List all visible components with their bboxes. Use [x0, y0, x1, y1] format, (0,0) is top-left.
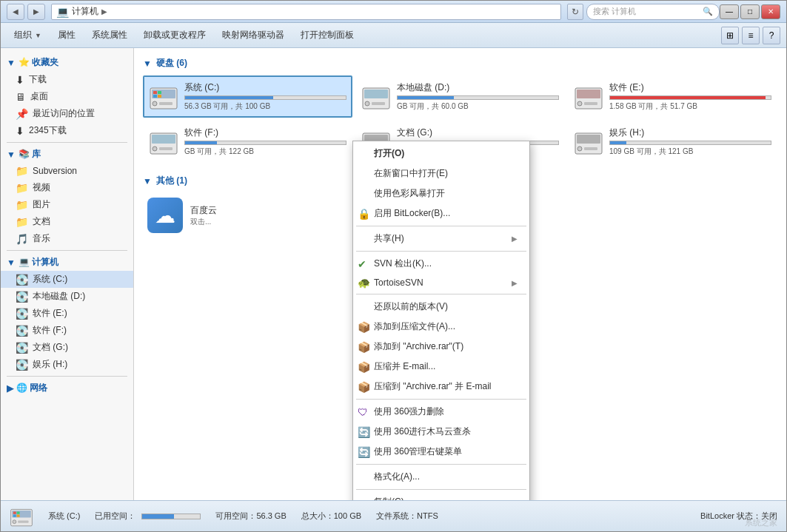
svg-rect-9 — [364, 90, 388, 98]
ctx-share[interactable]: 共享(H) ▶ — [353, 229, 529, 249]
drive-f[interactable]: 软件 (F:) GB 可用，共 122 GB — [143, 121, 352, 163]
sidebar-item-music[interactable]: 🎵 音乐 — [1, 230, 133, 247]
ctx-open-new-window[interactable]: 在新窗口中打开(E) — [353, 164, 529, 183]
lock-icon: 🔒 — [358, 208, 370, 220]
ctx-color-storm[interactable]: 使用色彩风暴打开 — [353, 183, 529, 203]
sidebar-network-header[interactable]: ▶ 🌐 网络 — [1, 380, 133, 397]
status-used-bar — [141, 514, 201, 519]
ctx-add-archive[interactable]: 📦 添加到压缩文件(A)... — [353, 317, 529, 337]
sidebar-item-videos[interactable]: 📁 视频 — [1, 179, 133, 196]
c-drive-icon: 💽 — [16, 274, 28, 286]
music-icon: 🎵 — [16, 233, 28, 245]
toolbar-uninstall[interactable]: 卸载或更改程序 — [136, 26, 213, 45]
drive-c-free: 56.3 GB 可用，共 100 GB — [184, 101, 346, 112]
svg-point-10 — [365, 101, 369, 106]
address-bar[interactable]: 💻 计算机 ▶ — [51, 4, 561, 20]
ctx-sep-2 — [356, 251, 526, 252]
toolbar-properties[interactable]: 属性 — [50, 26, 83, 45]
svg-rect-13 — [577, 90, 600, 98]
sidebar-item-g-drive[interactable]: 💽 文档 (G:) — [1, 339, 133, 356]
sidebar-computer-header[interactable]: ▼ 💻 计算机 — [1, 254, 133, 271]
view-large-icon[interactable]: ⊞ — [721, 27, 739, 44]
ctx-360-delete[interactable]: 🛡 使用 360强力删除 — [353, 402, 529, 422]
status-drive-label: 系统 (C:) — [48, 511, 80, 520]
pictures-icon: 📁 — [16, 199, 28, 211]
ctx-compress-email[interactable]: 📦 压缩并 E-mail... — [353, 357, 529, 377]
help-button[interactable]: ? — [763, 27, 780, 44]
ctx-360-scan[interactable]: 🔄 使用 360进行木马云查杀 — [353, 422, 529, 442]
minimize-button[interactable]: — — [720, 4, 739, 19]
svg-rect-4 — [153, 91, 157, 94]
drive-f-free: GB 可用，共 122 GB — [184, 147, 346, 157]
ctx-360-delete-label: 使用 360强力删除 — [374, 405, 444, 418]
sidebar-item-subversion[interactable]: 📁 Subversion — [1, 163, 133, 179]
svg-rect-5 — [158, 91, 161, 94]
ctx-tortoisesvn[interactable]: 🐢 TortoiseSVN ▶ — [353, 274, 529, 292]
drive-c-name: 系统 (C:) — [184, 81, 346, 94]
ctx-360-manage[interactable]: 🔄 使用 360管理右键菜单 — [353, 442, 529, 462]
sidebar-favorites-header[interactable]: ▼ ⭐ 收藏夹 — [1, 54, 133, 71]
close-button[interactable]: ✕ — [761, 4, 780, 19]
toolbar: 组织 ▼ 属性 系统属性 卸载或更改程序 映射网络驱动器 打开控制面板 ⊞ ≡ … — [1, 23, 786, 48]
toolbar-right: ⊞ ≡ ? — [721, 27, 780, 44]
sidebar-library-header[interactable]: ▼ 📚 库 — [1, 146, 133, 163]
forward-button[interactable]: ▶ — [27, 4, 45, 20]
toolbar-organize[interactable]: 组织 ▼ — [7, 26, 49, 45]
drive-d-bar — [398, 96, 454, 99]
search-bar[interactable]: 搜索 计算机 🔍 — [586, 4, 720, 20]
back-button[interactable]: ◀ — [7, 4, 24, 20]
chevron-down-icon: ▼ — [7, 58, 16, 68]
maximize-button[interactable]: □ — [740, 4, 760, 19]
sidebar-item-c-drive[interactable]: 💽 系统 (C:) — [1, 271, 133, 288]
drive-c-icon-container — [149, 84, 178, 110]
toolbar-control-panel[interactable]: 打开控制面板 — [293, 26, 361, 45]
drive-c[interactable]: 系统 (C:) 56.3 GB 可用，共 100 GB — [143, 75, 352, 118]
ctx-sep-3 — [356, 294, 526, 294]
sidebar-item-recent[interactable]: 📌 最近访问的位置 — [1, 105, 133, 122]
svg-rect-35 — [17, 514, 20, 516]
archive-icon-1: 📦 — [358, 321, 370, 333]
drive-f-bar-container — [184, 141, 346, 145]
sidebar-item-h-drive[interactable]: 💽 娱乐 (H:) — [1, 356, 133, 373]
drive-d[interactable]: 本地磁盘 (D:) GB 可用，共 60.0 GB — [355, 75, 565, 118]
g-drive-icon: 💽 — [16, 342, 28, 354]
view-details[interactable]: ≡ — [742, 27, 760, 44]
hdd-icon-e — [574, 84, 603, 110]
download-icon: ⬇ — [16, 74, 24, 86]
svg-rect-15 — [584, 102, 597, 105]
drive-h[interactable]: 娱乐 (H:) 109 GB 可用，共 121 GB — [568, 121, 777, 163]
sidebar-item-documents-label: 文档 — [33, 215, 50, 228]
ctx-add-archiverar[interactable]: 📦 添加到 "Archive.rar"(T) — [353, 337, 529, 357]
svg-rect-32 — [13, 511, 16, 514]
svn-check-icon: ✔ — [358, 258, 366, 270]
other-section-label: 其他 (1) — [156, 175, 187, 187]
sidebar-item-documents[interactable]: 📁 文档 — [1, 213, 133, 230]
ctx-format[interactable]: 格式化(A)... — [353, 467, 529, 487]
watermark: 系统之家 — [745, 517, 777, 528]
sidebar-item-desktop[interactable]: 🖥 桌面 — [1, 88, 133, 105]
ctx-restore-label: 还原以前的版本(V) — [374, 300, 448, 313]
svg-rect-17 — [152, 135, 175, 144]
sidebar-item-pictures[interactable]: 📁 图片 — [1, 196, 133, 213]
go-button[interactable]: ↻ — [567, 4, 583, 20]
search-placeholder: 搜索 计算机 — [593, 6, 700, 17]
ctx-restore[interactable]: 还原以前的版本(V) — [353, 297, 529, 317]
divider-3 — [7, 376, 127, 377]
sidebar-library-section: ▼ 📚 库 📁 Subversion 📁 视频 📁 图片 📁 文档 — [1, 146, 133, 247]
sidebar-item-d-drive[interactable]: 💽 本地磁盘 (D:) — [1, 288, 133, 305]
ctx-copy[interactable]: 复制(C) — [353, 492, 529, 500]
sidebar-item-f-drive[interactable]: 💽 软件 (F:) — [1, 322, 133, 339]
sidebar-item-download[interactable]: ⬇ 下载 — [1, 71, 133, 88]
search-icon[interactable]: 🔍 — [703, 7, 713, 16]
sidebar-item-e-drive[interactable]: 💽 软件 (E:) — [1, 305, 133, 322]
ctx-bitlocker[interactable]: 🔒 启用 BitLocker(B)... — [353, 203, 529, 223]
ctx-svn-checkout[interactable]: ✔ SVN 检出(K)... — [353, 254, 529, 274]
drive-e[interactable]: 软件 (E:) 1.58 GB 可用，共 51.7 GB — [568, 75, 777, 118]
svg-rect-33 — [17, 511, 20, 514]
shield-icon: 🛡 — [358, 406, 368, 418]
toolbar-system-props[interactable]: 系统属性 — [84, 26, 135, 45]
toolbar-map-drive[interactable]: 映射网络驱动器 — [215, 26, 292, 45]
ctx-open[interactable]: 打开(O) — [353, 144, 529, 164]
sidebar-item-2345[interactable]: ⬇ 2345下载 — [1, 122, 133, 139]
ctx-compress-rar-email[interactable]: 📦 压缩到 "Archive.rar" 并 E-mail — [353, 377, 529, 397]
